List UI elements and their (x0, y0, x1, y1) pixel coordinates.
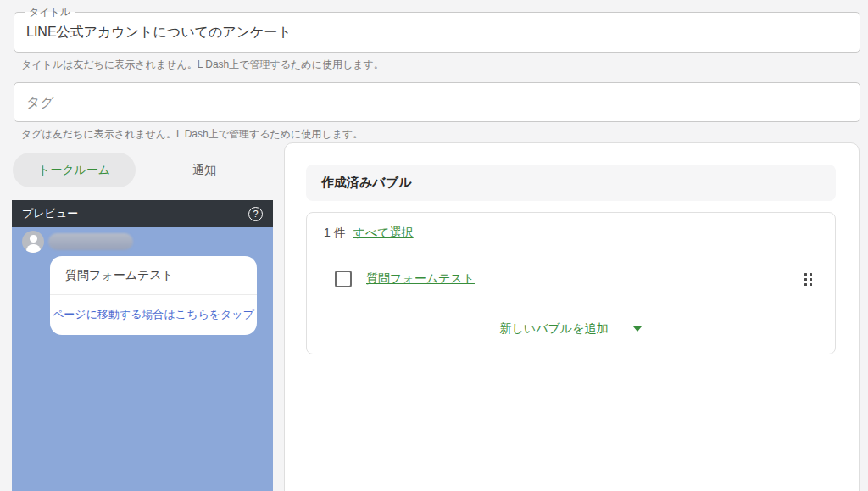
chat-bubble: 質問フォームテスト ページに移動する場合はこちらをタップ (50, 256, 257, 335)
bubble-count: 1 件 (324, 226, 346, 241)
title-field-label: タイトル (25, 5, 75, 20)
tab-notification[interactable]: 通知 (136, 153, 273, 187)
help-icon-glyph: ? (253, 209, 258, 219)
preview-panel: プレビュー ? 質問フォームテスト ページに移動する場合はこちらをタップ (12, 200, 273, 491)
bubble-link[interactable]: ページに移動する場合はこちらをタップ (50, 295, 257, 334)
created-bubbles-panel: 作成済みバブル 1 件 すべて選択 質問フォームテスト 新しいバブルを追加 (284, 142, 860, 491)
bubble-item-link[interactable]: 質問フォームテスト (366, 271, 475, 287)
tab-notification-label: 通知 (192, 163, 216, 178)
tag-input[interactable] (14, 83, 860, 121)
preview-header-title: プレビュー (22, 206, 78, 221)
add-bubble-button[interactable]: 新しいバブルを追加 (500, 321, 643, 337)
add-bubble-label: 新しいバブルを追加 (500, 321, 609, 337)
drag-handle-icon[interactable] (804, 273, 812, 286)
title-field: タイトル (14, 12, 860, 53)
created-bubbles-header-label: 作成済みバブル (321, 175, 411, 191)
preview-header: プレビュー ? (12, 200, 273, 227)
title-input[interactable] (14, 13, 860, 52)
avatar-person-icon (30, 235, 37, 243)
created-bubbles-header: 作成済みバブル (306, 165, 836, 201)
help-icon[interactable]: ? (248, 207, 263, 221)
page: タイトル タイトルは友だちに表示されません。L Dash上で管理するために使用し… (0, 0, 868, 491)
bubble-checkbox[interactable] (335, 271, 352, 287)
select-all-row: 1 件 すべて選択 (307, 213, 835, 254)
avatar (22, 231, 44, 253)
table-row: 質問フォームテスト (307, 254, 835, 304)
chevron-down-icon (633, 326, 642, 332)
account-name-redacted (48, 233, 133, 250)
tag-field (14, 82, 860, 122)
add-bubble-row: 新しいバブルを追加 (307, 304, 835, 354)
select-all-link[interactable]: すべて選択 (353, 226, 414, 241)
bubble-title: 質問フォームテスト (50, 256, 257, 295)
preview-chat-area: 質問フォームテスト ページに移動する場合はこちらをタップ (12, 227, 273, 491)
bubble-list: 1 件 すべて選択 質問フォームテスト 新しいバブルを追加 (306, 212, 836, 354)
title-helper-text: タイトルは友だちに表示されません。L Dash上で管理するために使用します。 (21, 58, 384, 72)
tab-talk-room-label: トークルーム (38, 163, 110, 178)
tab-talk-room[interactable]: トークルーム (13, 153, 136, 187)
tag-helper-text: タグは友だちに表示されません。L Dash上で管理するために使用します。 (21, 127, 363, 142)
